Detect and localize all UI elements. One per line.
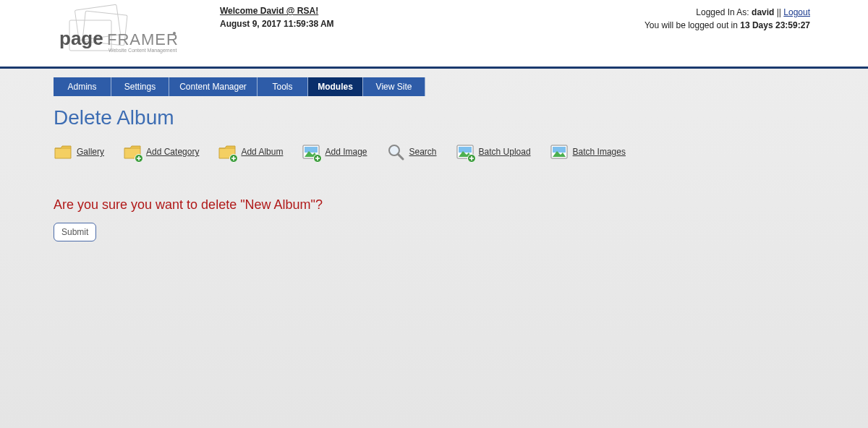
- svg-line-13: [398, 154, 403, 159]
- logo: page FRAMER Website Content Management: [56, 4, 179, 61]
- nav-item-admins[interactable]: Admins: [54, 77, 111, 96]
- tool-add-album[interactable]: Add Album: [218, 142, 283, 161]
- toolbar: Gallery Add Category Add Album: [54, 142, 846, 161]
- logout-link[interactable]: Logout: [783, 7, 810, 17]
- welcome-text: Welcome David @ RSA!: [220, 6, 334, 16]
- main-nav: AdminsSettingsContent ManagerToolsModule…: [0, 77, 868, 96]
- svg-rect-18: [553, 147, 566, 153]
- tool-batch-images[interactable]: Batch Images: [550, 142, 626, 161]
- svg-text:page: page: [59, 27, 103, 49]
- image-plus-icon: [456, 142, 475, 161]
- svg-rect-10: [305, 147, 318, 153]
- image-plus-icon: [302, 142, 320, 161]
- tool-batch-images-label[interactable]: Batch Images: [573, 147, 626, 157]
- svg-point-5: [173, 32, 176, 35]
- logged-in-prefix: Logged In As:: [696, 7, 752, 17]
- tool-add-album-label[interactable]: Add Album: [241, 147, 283, 157]
- page-title: Delete Album: [54, 106, 846, 129]
- timeout-prefix: You will be logged out in: [644, 20, 740, 30]
- tool-search[interactable]: Search: [386, 142, 437, 161]
- submit-button[interactable]: Submit: [54, 223, 96, 241]
- nav-item-modules[interactable]: Modules: [308, 77, 363, 96]
- nav-item-content-manager[interactable]: Content Manager: [169, 77, 258, 96]
- content: Delete Album Gallery Add Category: [0, 96, 868, 241]
- tool-add-image[interactable]: Add Image: [302, 142, 367, 161]
- tool-gallery-label[interactable]: Gallery: [77, 147, 104, 157]
- welcome-block: Welcome David @ RSA! August 9, 2017 11:5…: [220, 6, 334, 29]
- login-info: Logged In As: david || Logout You will b…: [644, 6, 810, 32]
- timeout-value: 13 Days 23:59:27: [740, 20, 810, 30]
- confirm-text: Are you sure you want to delete "New Alb…: [54, 197, 846, 213]
- tool-search-label[interactable]: Search: [409, 147, 437, 157]
- tool-add-category-label[interactable]: Add Category: [146, 147, 199, 157]
- tool-batch-upload-label[interactable]: Batch Upload: [479, 147, 531, 157]
- svg-text:Website Content Management: Website Content Management: [109, 48, 176, 54]
- folder-icon: [54, 142, 72, 161]
- header: page FRAMER Website Content Management W…: [0, 0, 868, 69]
- nav-item-tools[interactable]: Tools: [258, 77, 308, 96]
- nav-item-settings[interactable]: Settings: [111, 77, 169, 96]
- tool-gallery[interactable]: Gallery: [54, 142, 104, 161]
- tool-add-category[interactable]: Add Category: [123, 142, 199, 161]
- username: david: [752, 7, 774, 17]
- folder-plus-icon: [123, 142, 142, 161]
- header-datetime: August 9, 2017 11:59:38 AM: [220, 19, 334, 29]
- image-icon: [550, 142, 569, 161]
- folder-plus-icon: [218, 142, 237, 161]
- nav-item-view-site[interactable]: View Site: [363, 77, 425, 96]
- tool-add-image-label[interactable]: Add Image: [325, 147, 367, 157]
- tool-batch-upload[interactable]: Batch Upload: [456, 142, 531, 161]
- svg-rect-15: [459, 147, 472, 153]
- separator: ||: [774, 7, 783, 17]
- svg-text:FRAMER: FRAMER: [107, 30, 179, 48]
- search-icon: [386, 142, 405, 161]
